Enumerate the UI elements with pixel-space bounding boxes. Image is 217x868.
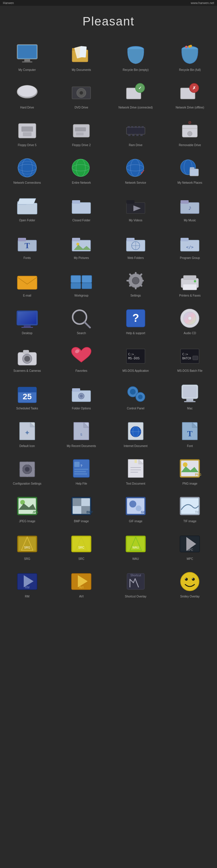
svg-rect-166 xyxy=(74,473,87,474)
icon-cell-network-drive-offline[interactable]: ✗ Network Drive (offline) xyxy=(163,75,217,112)
icon-cell-entire-network[interactable]: Entire Network xyxy=(54,150,109,187)
icon-cell-printers-faxes[interactable]: Printers & Faxes xyxy=(163,263,217,300)
icon-my-computer xyxy=(16,43,39,66)
svg-rect-3 xyxy=(22,61,32,62)
icon-tif-image: TIF xyxy=(178,494,202,518)
icon-cell-program-group[interactable]: </> Program Group xyxy=(163,225,217,263)
icon-cell-network-service[interactable]: ✓ Network Service xyxy=(108,150,163,187)
icon-cell-my-videos[interactable]: My Videos xyxy=(108,187,163,225)
icon-cell-ms-dos-batch[interactable]: C:> BATCH MS-DOS Batch File xyxy=(163,338,217,376)
icon-cell-hard-drive[interactable]: Hard Drive xyxy=(0,75,54,112)
svg-rect-37 xyxy=(132,134,134,136)
icon-cell-recycle-bin-empty[interactable]: Recycle Bin (empty) xyxy=(108,37,163,75)
svg-rect-141 xyxy=(183,386,197,398)
svg-text:BMP: BMP xyxy=(87,511,93,514)
icon-cell-fonts[interactable]: T Fonts xyxy=(0,225,54,263)
icon-internet-document xyxy=(124,419,147,442)
icon-cell-desktop[interactable]: Desktop xyxy=(0,300,54,338)
icon-gif-image: GIF xyxy=(124,494,147,518)
icon-cell-configuration-settings[interactable]: Configuration Settings xyxy=(0,451,54,488)
label-closed-folder: Closed Folder xyxy=(72,218,90,222)
icon-cell-scheduled-tasks[interactable]: 25 Scheduled Tasks xyxy=(0,376,54,413)
icon-cell-my-documents[interactable]: My Documents xyxy=(54,37,109,75)
icon-cell-my-pictures[interactable]: My Pictures xyxy=(54,225,109,263)
icon-cell-tif-image[interactable]: TIF TIF image xyxy=(163,488,217,526)
icon-cell-help-file[interactable]: ? Help File xyxy=(54,451,109,488)
icon-cell-settings[interactable]: Settings xyxy=(108,263,163,300)
svg-text:GIF: GIF xyxy=(141,511,146,514)
svg-text:♪: ♪ xyxy=(188,204,191,212)
icon-my-network-places xyxy=(178,156,202,179)
icon-cell-default-icon[interactable]: ✦ Default Icon xyxy=(0,413,54,451)
label-settings: Settings xyxy=(130,294,141,298)
top-bar-left: Harwen xyxy=(3,1,14,5)
icon-cell-web-folders[interactable]: Web Folders xyxy=(108,225,163,263)
label-configuration-settings: Configuration Settings xyxy=(13,482,41,486)
icon-removable-drive: ⊘ xyxy=(178,118,202,142)
icon-cell-network-connections[interactable]: Network Connections xyxy=(0,150,54,187)
icon-cell-open-folder[interactable]: Open Folder xyxy=(0,187,54,225)
icon-cell-network-drive-connected[interactable]: ✓ Network Drive (connected) xyxy=(108,75,163,112)
svg-point-156 xyxy=(25,467,30,472)
label-scanners-cameras: Scanners & Cameras xyxy=(13,369,41,373)
icon-rm: RM xyxy=(16,570,39,593)
icon-cell-my-network-places[interactable]: My Network Places xyxy=(163,150,217,187)
icon-cell-png-image[interactable]: PNG PNG image xyxy=(163,451,217,488)
icon-cell-wau[interactable]: WAU WAU xyxy=(108,526,163,564)
icon-cell-help-support[interactable]: ? Help & support xyxy=(108,300,163,338)
svg-rect-32 xyxy=(131,126,133,128)
icon-cell-my-recent-docs[interactable]: 5 My Recent Documents xyxy=(54,413,109,451)
icon-cell-avi[interactable]: AVI AVI xyxy=(54,564,109,601)
svg-rect-61 xyxy=(72,203,91,214)
icon-cell-floppy-drive-5[interactable]: Floppy Drive 5 xyxy=(0,112,54,150)
icon-cell-bmp-image[interactable]: BMP BMP image xyxy=(54,488,109,526)
label-program-group: Program Group xyxy=(180,256,200,260)
icon-cell-smiley[interactable]: Smiley Overlay xyxy=(163,564,217,601)
icon-cell-my-computer[interactable]: My Computer xyxy=(0,37,54,75)
svg-rect-157 xyxy=(26,462,28,465)
svg-point-115 xyxy=(188,316,191,320)
icon-cell-jpeg-image[interactable]: JPG JPEG Image xyxy=(0,488,54,526)
icon-cell-mpc[interactable]: MPC MPC xyxy=(163,526,217,564)
icon-cell-recycle-bin-full[interactable]: Recycle Bin (full) xyxy=(163,37,217,75)
icon-cell-gif-image[interactable]: GIF GIF image xyxy=(108,488,163,526)
icon-cell-font-file[interactable]: T Font xyxy=(163,413,217,451)
svg-rect-100 xyxy=(183,275,196,279)
icon-cell-scanners-cameras[interactable]: Scanners & Cameras xyxy=(0,338,54,376)
svg-rect-88 xyxy=(82,283,92,289)
icon-grid: My Computer My Documents Recycle Bin (em… xyxy=(0,34,217,604)
icon-cell-favorites[interactable]: Favorites xyxy=(54,338,109,376)
icon-cell-src[interactable]: SRC SRC xyxy=(54,526,109,564)
icon-cell-email[interactable]: E-mail xyxy=(0,263,54,300)
icon-cell-floppy-drive-2[interactable]: Floppy Drive 2 xyxy=(54,112,109,150)
icon-cell-mac[interactable]: Mac xyxy=(163,376,217,413)
icon-cell-text-document[interactable]: Text Document xyxy=(108,451,163,488)
icon-cell-my-music[interactable]: ♪ My Music xyxy=(163,187,217,225)
icon-cell-srg[interactable]: SRG SRG xyxy=(0,526,54,564)
svg-text:TIF: TIF xyxy=(195,511,199,514)
icon-cell-folder-options[interactable]: Folder Options xyxy=(54,376,109,413)
icon-scheduled-tasks: 25 xyxy=(16,382,39,405)
icon-cell-rm[interactable]: RM RM xyxy=(0,564,54,601)
label-network-service: Network Service xyxy=(125,181,146,185)
icon-desktop xyxy=(16,306,39,330)
icon-network-service: ✓ xyxy=(124,156,147,179)
icon-cell-search[interactable]: Search xyxy=(54,300,109,338)
label-font-file: Font xyxy=(187,444,193,448)
label-help-file: Help File xyxy=(76,482,87,486)
icon-hard-drive xyxy=(16,81,39,104)
label-my-music: My Music xyxy=(184,218,196,222)
icon-cell-control-panel[interactable]: Control Panel xyxy=(108,376,163,413)
icon-cell-ms-dos-app[interactable]: C:>_ MS-DOS MS-DOS Application xyxy=(108,338,163,376)
icon-cell-workgroup[interactable]: Workgroup xyxy=(54,263,109,300)
icon-cell-closed-folder[interactable]: Closed Folder xyxy=(54,187,109,225)
icon-cell-dvd-drive[interactable]: DVD Drive xyxy=(54,75,109,112)
svg-rect-127 xyxy=(193,356,198,360)
icon-cell-ram-drive[interactable]: Ram Drive xyxy=(108,112,163,150)
icon-cell-audio-cd[interactable]: Audio CD xyxy=(163,300,217,338)
icon-cell-internet-document[interactable]: Internet Document xyxy=(108,413,163,451)
label-smiley: Smiley Overlay xyxy=(180,595,199,598)
icon-cell-removable-drive[interactable]: ⊘ Removable Drive xyxy=(163,112,217,150)
icon-cell-shortcut-overlay[interactable]: Shortcut Shortcut Overlay xyxy=(108,564,163,601)
svg-rect-58 xyxy=(190,167,194,169)
